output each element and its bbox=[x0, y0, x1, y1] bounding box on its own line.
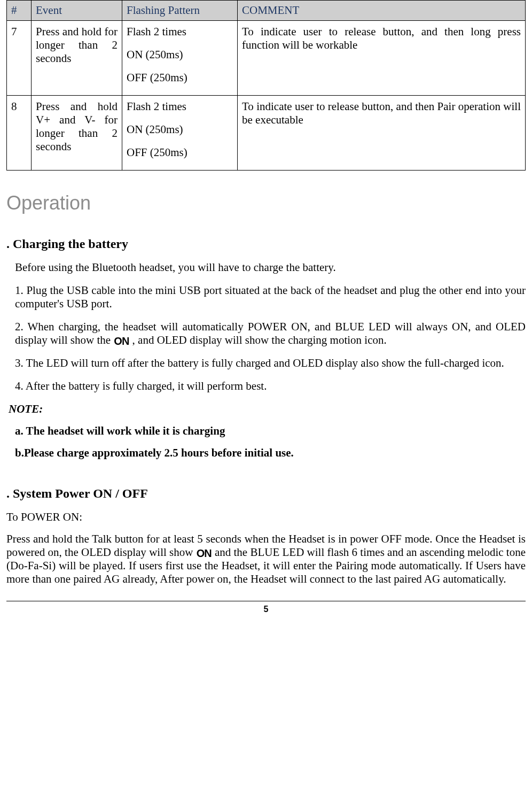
cell-pattern: Flash 2 times ON (250ms) OFF (250ms) bbox=[122, 96, 238, 171]
charging-step-1: 1. Plug the USB cable into the mini USB … bbox=[15, 284, 526, 311]
pattern-line: ON (250ms) bbox=[127, 48, 233, 61]
note-a: a. The headset will work while it is cha… bbox=[15, 424, 526, 438]
footer-rule bbox=[6, 601, 526, 601]
cell-num: 7 bbox=[7, 21, 32, 96]
pattern-line: OFF (250ms) bbox=[127, 71, 233, 84]
cell-comment: To indicate user to release button, and … bbox=[238, 21, 526, 96]
charging-step-2b: , and OLED display will show the chargin… bbox=[132, 334, 387, 346]
pattern-line: Flash 2 times bbox=[127, 25, 233, 38]
cell-event: Press and hold V+ and V- for longer than… bbox=[32, 96, 122, 171]
pattern-line: ON (250ms) bbox=[127, 123, 233, 136]
power-on-text: Press and hold the Talk button for at le… bbox=[6, 532, 526, 586]
charging-intro: Before using the Bluetooth headset, you … bbox=[15, 261, 526, 274]
cell-event: Press and hold for longer than 2 seconds bbox=[32, 21, 122, 96]
table-header-row: # Event Flashing Pattern COMMENT bbox=[7, 1, 526, 21]
cell-comment: To indicate user to release button, and … bbox=[238, 96, 526, 171]
on-icon: ON bbox=[196, 547, 212, 560]
pattern-line: Flash 2 times bbox=[127, 100, 233, 113]
note-label: NOTE: bbox=[9, 403, 526, 416]
on-icon: ON bbox=[113, 335, 129, 347]
header-event: Event bbox=[32, 1, 122, 21]
heading-power: . System Power ON / OFF bbox=[6, 486, 526, 501]
header-num: # bbox=[7, 1, 32, 21]
power-on-sub: To POWER ON: bbox=[6, 510, 526, 524]
table-row: 7 Press and hold for longer than 2 secon… bbox=[7, 21, 526, 96]
section-title-operation: Operation bbox=[6, 192, 526, 214]
charging-step-2: 2. When charging, the headset will autom… bbox=[15, 320, 526, 347]
charging-body: Before using the Bluetooth headset, you … bbox=[6, 261, 526, 393]
charging-step-3: 3. The LED will turn off after the batte… bbox=[15, 357, 526, 370]
header-comment: COMMENT bbox=[238, 1, 526, 21]
cell-num: 8 bbox=[7, 96, 32, 171]
charging-step-4: 4. After the battery is fully charged, i… bbox=[15, 380, 526, 393]
note-b: b.Please charge approximately 2.5 hours … bbox=[15, 446, 526, 460]
cell-pattern: Flash 2 times ON (250ms) OFF (250ms) bbox=[122, 21, 238, 96]
pattern-line: OFF (250ms) bbox=[127, 146, 233, 159]
header-pattern: Flashing Pattern bbox=[122, 1, 238, 21]
heading-charging: . Charging the battery bbox=[6, 237, 526, 251]
table-row: 8 Press and hold V+ and V- for longer th… bbox=[7, 96, 526, 171]
page-number: 5 bbox=[6, 605, 526, 620]
led-pattern-table: # Event Flashing Pattern COMMENT 7 Press… bbox=[6, 0, 526, 171]
